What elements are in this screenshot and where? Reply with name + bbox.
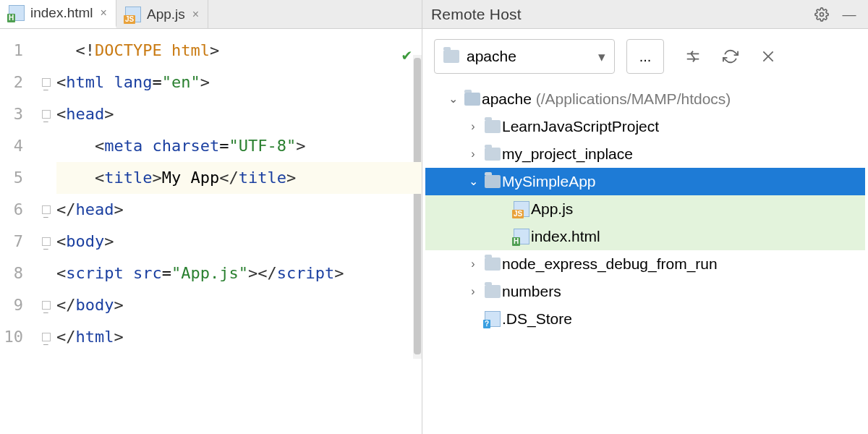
tab-index-html[interactable]: H index.html ×	[0, 0, 116, 28]
server-select-dropdown[interactable]: apache ▾	[434, 39, 615, 74]
chevron-right-icon: ›	[463, 278, 483, 305]
remote-host-header: Remote Host —	[422, 0, 868, 29]
tree-folder[interactable]: › my_project_inplace	[425, 140, 865, 168]
tree-root-label: apache	[482, 90, 536, 107]
tree-item-label: LearnJavaScriptProject	[502, 113, 659, 140]
folder-open-icon	[464, 93, 480, 106]
tree-item-label: .DS_Store	[502, 305, 572, 333]
editor-body[interactable]: ✔ 12345678910 <!DOCTYPE html> <html lang…	[0, 29, 422, 434]
minimize-icon[interactable]: —	[839, 4, 859, 25]
tab-app-js[interactable]: JS App.js ×	[116, 0, 208, 28]
tree-folder[interactable]: › LearnJavaScriptProject	[425, 113, 865, 140]
browse-server-button[interactable]: ...	[626, 39, 664, 74]
chevron-right-icon: ›	[463, 250, 483, 278]
code-line: </head>	[56, 194, 422, 226]
refresh-icon[interactable]	[720, 46, 741, 67]
gear-icon[interactable]	[812, 4, 832, 25]
editor-tab-bar: H index.html × JS App.js ×	[0, 0, 422, 29]
code-area[interactable]: <!DOCTYPE html> <html lang="en"> <head> …	[56, 29, 422, 434]
server-select-label: apache	[467, 48, 591, 65]
tree-folder[interactable]: › numbers	[425, 278, 865, 305]
tree-folder[interactable]: › node_express_debug_from_run	[425, 250, 865, 278]
code-line: <meta charset="UTF-8">	[56, 130, 422, 162]
folder-icon	[485, 258, 501, 271]
chevron-down-icon: ⌄	[443, 85, 463, 113]
fold-toggle[interactable]	[42, 205, 51, 214]
folder-icon	[485, 285, 501, 298]
tab-label: App.js	[147, 7, 185, 22]
tree-item-label: node_express_debug_from_run	[502, 250, 718, 278]
tree-item-label: MySimpleApp	[502, 168, 596, 195]
line-gutter: 12345678910	[0, 29, 36, 434]
js-file-icon: JS	[125, 7, 141, 22]
js-file-icon: JS	[514, 201, 529, 217]
tree-item-label: index.html	[531, 223, 600, 250]
folder-icon	[485, 148, 501, 161]
chevron-down-icon: ⌄	[463, 168, 483, 195]
folder-icon	[443, 50, 459, 63]
remote-host-title: Remote Host	[431, 6, 804, 23]
unknown-file-icon: ?	[485, 311, 501, 327]
code-line: <script src="App.js"></script>	[56, 258, 422, 289]
fold-toggle[interactable]	[42, 301, 51, 310]
fold-toggle[interactable]	[42, 237, 51, 246]
fold-toggle[interactable]	[42, 110, 51, 119]
code-line: <!DOCTYPE html>	[56, 35, 422, 67]
tree-item-label: my_project_inplace	[502, 140, 633, 168]
tree-folder-selected[interactable]: ⌄ MySimpleApp	[425, 168, 865, 195]
folder-open-icon	[485, 175, 501, 188]
remote-file-tree: ⌄ apache (/Applications/MAMP/htdocs) › L…	[422, 81, 868, 337]
tree-item-label: numbers	[502, 278, 561, 305]
code-line: <body>	[56, 226, 422, 258]
disconnect-icon[interactable]	[758, 46, 778, 67]
tree-file[interactable]: H index.html	[425, 223, 865, 250]
tree-file[interactable]: ? .DS_Store	[425, 305, 865, 333]
chevron-right-icon: ›	[463, 140, 483, 168]
code-line: <html lang="en">	[56, 67, 422, 98]
tab-label: index.html	[30, 5, 93, 21]
chevron-down-icon: ▾	[598, 48, 605, 65]
tree-root-path: (/Applications/MAMP/htdocs)	[536, 90, 731, 107]
folder-icon	[485, 120, 501, 133]
tree-file[interactable]: JS App.js	[425, 195, 865, 223]
code-line: <head>	[56, 98, 422, 130]
code-line: </html>	[56, 321, 422, 353]
html-file-icon: H	[9, 5, 25, 21]
editor-pane: H index.html × JS App.js × ✔ 12345678910	[0, 0, 422, 434]
code-line: </body>	[56, 289, 422, 321]
remote-host-pane: Remote Host — apache ▾ ... ⌄ ap	[422, 0, 868, 434]
svg-point-0	[820, 12, 824, 16]
close-tab-icon[interactable]: ×	[99, 7, 109, 20]
remote-toolbar: apache ▾ ...	[422, 29, 868, 81]
close-tab-icon[interactable]: ×	[191, 8, 200, 21]
fold-toggle[interactable]	[42, 78, 51, 87]
code-line-current: <title>My App</title>	[56, 162, 422, 194]
fold-gutter	[36, 29, 56, 434]
tree-root[interactable]: ⌄ apache (/Applications/MAMP/htdocs)	[425, 85, 865, 113]
fold-toggle[interactable]	[42, 333, 51, 341]
diff-icon[interactable]	[683, 46, 703, 67]
chevron-right-icon: ›	[463, 113, 483, 140]
html-file-icon: H	[514, 229, 529, 244]
tree-item-label: App.js	[531, 195, 573, 223]
